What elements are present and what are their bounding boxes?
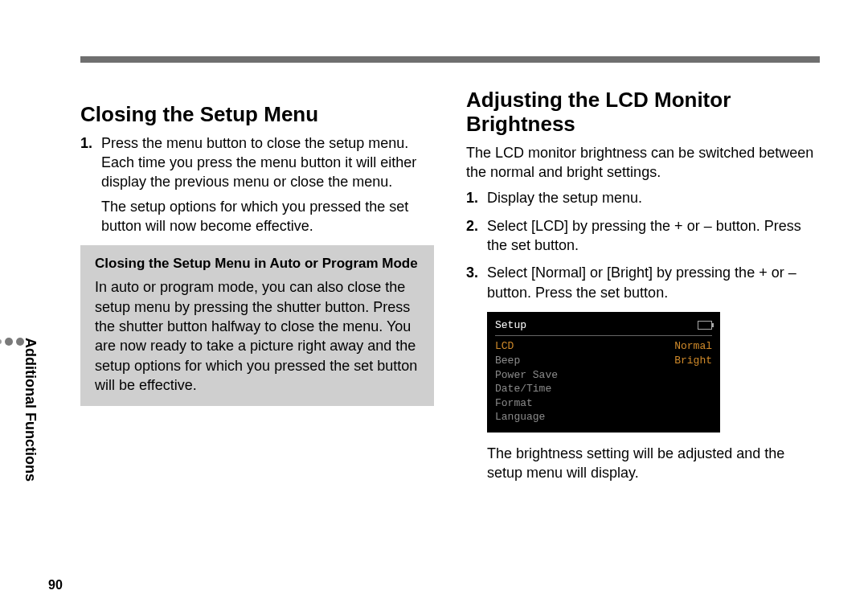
lcd-title: Setup — [495, 318, 526, 333]
lcd-row-label: Format — [495, 396, 533, 411]
right-step-1: 1. Display the setup menu. — [466, 188, 820, 207]
right-heading: Adjusting the LCD Monitor Brightness — [466, 88, 820, 137]
lcd-row: LCDNormal — [495, 339, 712, 354]
lcd-row: Language — [495, 410, 712, 424]
step-number: 1. — [466, 188, 478, 207]
lcd-setup-illustration: Setup LCDNormalBeepBrightPower SaveDate/… — [487, 312, 720, 433]
step-text: Press the menu button to close the setup… — [101, 135, 416, 191]
lcd-row: BeepBright — [495, 354, 712, 368]
right-step-2: 2. Select [LCD] by pressing the + or – b… — [466, 216, 820, 256]
tip-body: In auto or program mode, you can also cl… — [95, 277, 420, 395]
manual-page: Additional Functions 90 Closing the Setu… — [0, 0, 868, 615]
section-side-label: Additional Functions — [22, 338, 39, 482]
tip-title: Closing the Setup Menu in Auto or Progra… — [95, 255, 420, 273]
lcd-row-label: Beep — [495, 354, 520, 368]
lcd-rows: LCDNormalBeepBrightPower SaveDate/TimeFo… — [495, 339, 712, 424]
right-intro: The LCD monitor brightness can be switch… — [466, 143, 820, 182]
lcd-row-label: Power Save — [495, 368, 558, 383]
side-dots-decoration — [0, 338, 24, 346]
lcd-row: Power Save — [495, 368, 712, 383]
left-step-1: 1. Press the menu button to close the se… — [80, 133, 434, 236]
step-note: The setup options for which you pressed … — [101, 197, 434, 236]
right-after-lcd: The brightness setting will be adjusted … — [487, 444, 820, 483]
step-number: 2. — [466, 216, 478, 236]
header-rule — [80, 56, 820, 63]
right-step-3: 3. Select [Normal] or [Bright] by pressi… — [466, 263, 820, 302]
lcd-row: Date/Time — [495, 382, 712, 396]
step-number: 3. — [466, 263, 478, 282]
left-heading: Closing the Setup Menu — [80, 103, 434, 127]
lcd-row-value: Bright — [674, 354, 712, 368]
lcd-row-label: Language — [495, 410, 545, 424]
battery-icon — [698, 321, 712, 330]
lcd-header: Setup — [495, 318, 712, 337]
tip-box: Closing the Setup Menu in Auto or Progra… — [80, 245, 434, 406]
step-number: 1. — [80, 133, 92, 153]
lcd-row-value: Normal — [674, 339, 712, 354]
right-column: Adjusting the LCD Monitor Brightness The… — [466, 88, 820, 482]
step-text: Select [Normal] or [Bright] by pressing … — [487, 264, 796, 300]
content-columns: Closing the Setup Menu 1. Press the menu… — [80, 88, 820, 482]
lcd-row-label: Date/Time — [495, 382, 551, 396]
lcd-row-label: LCD — [495, 339, 514, 354]
left-column: Closing the Setup Menu 1. Press the menu… — [80, 88, 434, 482]
page-number: 90 — [48, 578, 63, 592]
lcd-row: Format — [495, 396, 712, 411]
step-text: Select [LCD] by pressing the + or – butt… — [487, 218, 801, 253]
step-text: Display the setup menu. — [487, 190, 642, 206]
